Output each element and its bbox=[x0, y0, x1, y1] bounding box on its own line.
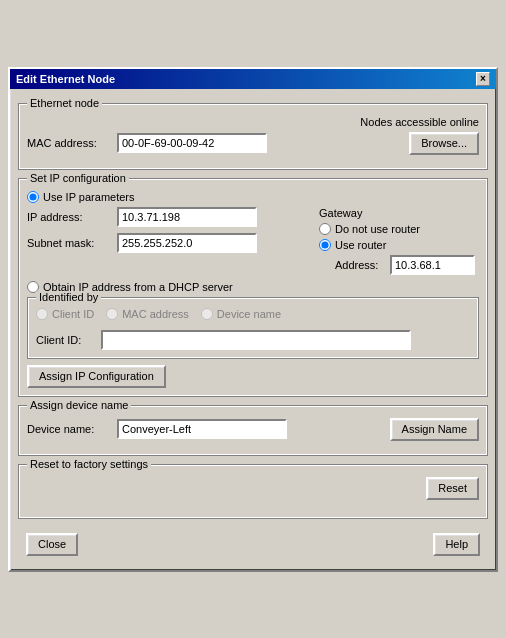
gateway-address-label: Address: bbox=[335, 259, 390, 271]
subnet-mask-label: Subnet mask: bbox=[27, 237, 117, 249]
mac-address-input[interactable] bbox=[117, 133, 267, 153]
assign-ip-button[interactable]: Assign IP Configuration bbox=[27, 365, 166, 388]
gateway-address-input[interactable] bbox=[390, 255, 475, 275]
mac-address-id-radio[interactable] bbox=[106, 308, 118, 320]
ip-address-label: IP address: bbox=[27, 211, 117, 223]
gateway-label: Gateway bbox=[319, 207, 479, 219]
identified-by-group: Identified by Client ID MAC address bbox=[27, 297, 479, 359]
nodes-accessible-label: Nodes accessible online bbox=[360, 116, 479, 128]
identified-by-label: Identified by bbox=[36, 291, 101, 303]
mac-address-label: MAC address: bbox=[27, 137, 117, 149]
assign-device-name-label: Assign device name bbox=[27, 399, 131, 411]
client-id-input[interactable] bbox=[101, 330, 411, 350]
subnet-mask-input[interactable] bbox=[117, 233, 257, 253]
reset-group: Reset to factory settings Reset bbox=[18, 464, 488, 519]
mac-address-row: MAC address: Browse... bbox=[27, 132, 479, 155]
assign-device-name-group: Assign device name Device name: Assign N… bbox=[18, 405, 488, 456]
device-name-input[interactable] bbox=[117, 419, 287, 439]
set-ip-label: Set IP configuration bbox=[27, 172, 129, 184]
use-router-label: Use router bbox=[335, 239, 386, 251]
assign-name-button[interactable]: Assign Name bbox=[390, 418, 479, 441]
do-not-use-router-radio[interactable] bbox=[319, 223, 331, 235]
ip-address-input[interactable] bbox=[117, 207, 257, 227]
device-name-label: Device name: bbox=[27, 423, 117, 435]
edit-ethernet-node-dialog: Edit Ethernet Node × Ethernet node Nodes… bbox=[8, 67, 498, 572]
reset-button[interactable]: Reset bbox=[426, 477, 479, 500]
close-icon[interactable]: × bbox=[476, 72, 490, 86]
help-button[interactable]: Help bbox=[433, 533, 480, 556]
use-ip-label: Use IP parameters bbox=[43, 191, 135, 203]
client-id-radio-label: Client ID bbox=[52, 308, 94, 320]
mac-address-id-label: MAC address bbox=[122, 308, 189, 320]
do-not-use-router-label: Do not use router bbox=[335, 223, 420, 235]
use-router-radio[interactable] bbox=[319, 239, 331, 251]
device-name-row: Device name: Assign Name bbox=[27, 418, 479, 441]
footer-buttons: Close Help bbox=[18, 527, 488, 562]
ethernet-node-group: Ethernet node Nodes accessible online MA… bbox=[18, 103, 488, 170]
window-title: Edit Ethernet Node bbox=[16, 73, 115, 85]
client-id-label: Client ID: bbox=[36, 334, 101, 346]
device-name-id-radio[interactable] bbox=[201, 308, 213, 320]
use-ip-radio[interactable] bbox=[27, 191, 39, 203]
device-name-id-label: Device name bbox=[217, 308, 281, 320]
reset-label: Reset to factory settings bbox=[27, 458, 151, 470]
ethernet-node-label: Ethernet node bbox=[27, 97, 102, 109]
title-bar: Edit Ethernet Node × bbox=[10, 69, 496, 89]
use-ip-radio-row: Use IP parameters bbox=[27, 191, 479, 203]
browse-button[interactable]: Browse... bbox=[409, 132, 479, 155]
set-ip-group: Set IP configuration Use IP parameters I… bbox=[18, 178, 488, 397]
client-id-radio[interactable] bbox=[36, 308, 48, 320]
close-button[interactable]: Close bbox=[26, 533, 78, 556]
